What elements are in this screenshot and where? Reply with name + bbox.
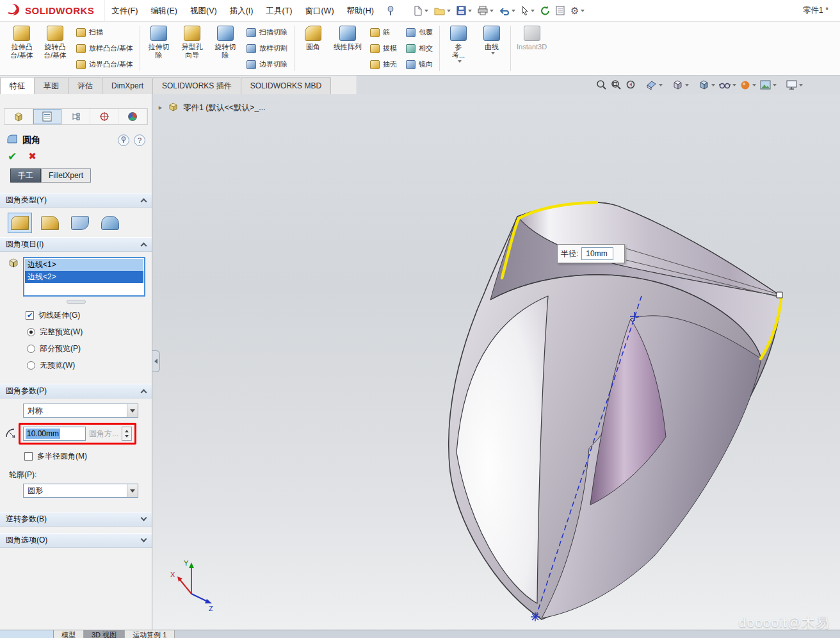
dimxpertmanager-tab[interactable]	[90, 109, 119, 124]
filletxpert-mode-button[interactable]: FilletXpert	[41, 168, 91, 183]
pin-menubar-icon[interactable]	[387, 6, 394, 16]
menu-window[interactable]: 窗口(W)	[298, 0, 340, 21]
tab-features[interactable]: 特征	[0, 77, 34, 94]
print-button[interactable]	[476, 4, 496, 17]
full-round-fillet-button[interactable]	[98, 213, 122, 233]
open-button[interactable]	[432, 5, 453, 17]
tangent-propagation-checkbox-row[interactable]: 切线延伸(G)	[26, 310, 152, 321]
section-fillet-type[interactable]: 圆角类型(Y)	[0, 193, 152, 208]
radius-callout-value[interactable]: 10mm	[581, 247, 613, 260]
swept-boss-button[interactable]: 扫描	[74, 27, 135, 38]
tab-dimxpert[interactable]: DimXpert	[102, 77, 152, 94]
mirror-button[interactable]: 镜向	[404, 59, 435, 70]
extruded-cut-button[interactable]: 拉伸切 除	[142, 23, 175, 74]
hide-show-items-button[interactable]	[718, 79, 738, 91]
ok-icon[interactable]: ✔	[8, 151, 17, 162]
section-setback-parameters[interactable]: 逆转参数(B)	[0, 512, 152, 527]
tab-sketch[interactable]: 草图	[34, 77, 68, 94]
multi-radius-checkbox[interactable]	[24, 452, 33, 461]
dropdown-arrow-icon[interactable]	[127, 484, 138, 497]
reference-geometry-button[interactable]: 参 考...	[442, 23, 475, 74]
variable-size-fillet-button[interactable]	[38, 213, 62, 233]
swept-cut-button[interactable]: 扫描切除	[245, 27, 289, 38]
bottom-tab-3d-views[interactable]: 3D 视图	[84, 630, 125, 638]
menu-edit[interactable]: 编辑(E)	[144, 0, 184, 21]
face-fillet-button[interactable]	[68, 213, 92, 233]
featuremanager-tree-tab[interactable]	[4, 109, 33, 124]
section-items-to-fillet[interactable]: 圆角项目(I)	[0, 237, 152, 252]
options-button[interactable]: ⚙	[569, 4, 586, 17]
extruded-boss-button[interactable]: 拉伸凸 台/基体	[5, 23, 38, 74]
wrap-button[interactable]: 包覆	[404, 27, 435, 38]
flyout-expand-icon[interactable]: ►	[158, 104, 163, 111]
constant-size-fillet-button[interactable]	[8, 213, 32, 233]
help-icon[interactable]: ?	[134, 135, 145, 146]
menu-file[interactable]: 文件(F)	[105, 0, 144, 21]
draft-button[interactable]: 拔模	[368, 43, 399, 54]
select-button[interactable]	[519, 4, 537, 17]
linear-pattern-button[interactable]: 线性阵列	[330, 23, 366, 74]
tangent-propagation-checkbox[interactable]	[26, 311, 34, 320]
propertymanager-tab[interactable]	[33, 109, 62, 124]
no-preview-radio-row[interactable]: 无预览(W)	[27, 360, 152, 371]
profile-dropdown[interactable]: 圆形	[23, 484, 138, 498]
rebuild-button[interactable]	[538, 4, 552, 17]
revolved-cut-button[interactable]: 旋转切 除	[209, 23, 242, 74]
zoom-area-button[interactable]	[610, 79, 623, 91]
menu-view[interactable]: 视图(V)	[184, 0, 223, 21]
list-item-edge-2[interactable]: 边线<2>	[25, 271, 143, 283]
undo-button[interactable]	[497, 5, 517, 17]
bottom-scroll-box[interactable]	[0, 630, 54, 638]
symmetric-dropdown[interactable]: 对称	[23, 404, 138, 418]
panel-splitter[interactable]	[152, 350, 160, 372]
full-preview-radio[interactable]	[27, 328, 35, 336]
revolved-boss-button[interactable]: 旋转凸 台/基体	[38, 23, 72, 74]
rib-button[interactable]: 筋	[368, 27, 399, 38]
lofted-cut-button[interactable]: 放样切割	[245, 43, 289, 54]
display-style-button[interactable]	[697, 79, 716, 91]
curves-button[interactable]: 曲线	[475, 23, 508, 74]
menu-tools[interactable]: 工具(T)	[259, 0, 298, 21]
multi-radius-checkbox-row[interactable]: 多半径圆角(M)	[24, 451, 152, 462]
no-preview-radio[interactable]	[27, 361, 35, 370]
save-button[interactable]	[455, 4, 474, 17]
previous-view-button[interactable]	[624, 79, 638, 91]
menu-help[interactable]: 帮助(H)	[341, 0, 380, 21]
feature-tree-root-label[interactable]: 零件1 (默认<<默认>_...	[183, 102, 266, 113]
edit-appearance-button[interactable]	[739, 79, 757, 91]
file-properties-button[interactable]	[554, 4, 567, 17]
intersect-button[interactable]: 相交	[404, 43, 435, 54]
section-fillet-options[interactable]: 圆角选项(O)	[0, 533, 152, 548]
new-document-button[interactable]	[411, 4, 430, 17]
partial-preview-radio-row[interactable]: 部分预览(P)	[27, 343, 152, 354]
radius-input[interactable]: 10.00mm	[23, 427, 86, 441]
apply-scene-button[interactable]	[759, 79, 778, 90]
zoom-fit-button[interactable]	[595, 79, 608, 91]
manual-mode-button[interactable]: 手工	[10, 168, 41, 183]
dropdown-arrow-icon[interactable]	[127, 404, 138, 417]
shell-button[interactable]: 抽壳	[368, 59, 399, 70]
bottom-tab-motion-study[interactable]: 运动算例 1	[125, 630, 175, 638]
radius-spinner[interactable]	[122, 427, 132, 441]
tab-solidworks-addins[interactable]: SOLIDWORKS 插件	[152, 77, 241, 94]
view-settings-button[interactable]	[785, 79, 804, 90]
cancel-icon[interactable]: ✖	[28, 151, 36, 162]
boundary-cut-button[interactable]: 边界切除	[245, 59, 289, 70]
lofted-boss-button[interactable]: 放样凸台/基体	[74, 43, 135, 54]
keep-visible-pin-icon[interactable]	[118, 135, 129, 146]
displaymanager-tab[interactable]	[118, 109, 147, 124]
hole-wizard-button[interactable]: 异型孔 向导	[175, 23, 209, 74]
view-orientation-button[interactable]	[671, 79, 690, 91]
list-item-edge-1[interactable]: 边线<1>	[25, 259, 143, 271]
tab-solidworks-mbd[interactable]: SOLIDWORKS MBD	[241, 77, 331, 94]
full-preview-radio-row[interactable]: 完整预览(W)	[27, 327, 152, 338]
menu-insert[interactable]: 插入(I)	[223, 0, 260, 21]
configurationmanager-tab[interactable]	[61, 109, 90, 124]
section-view-button[interactable]	[645, 79, 664, 91]
selected-edges-listbox[interactable]: 边线<1> 边线<2>	[23, 257, 145, 297]
listbox-resize-grip[interactable]	[67, 300, 86, 304]
instant3d-button[interactable]: Instant3D	[513, 23, 551, 74]
boundary-boss-button[interactable]: 边界凸台/基体	[74, 59, 135, 70]
flyout-feature-tree[interactable]: ► 零件1 (默认<<默认>_...	[158, 102, 266, 113]
tab-evaluate[interactable]: 评估	[68, 77, 102, 94]
